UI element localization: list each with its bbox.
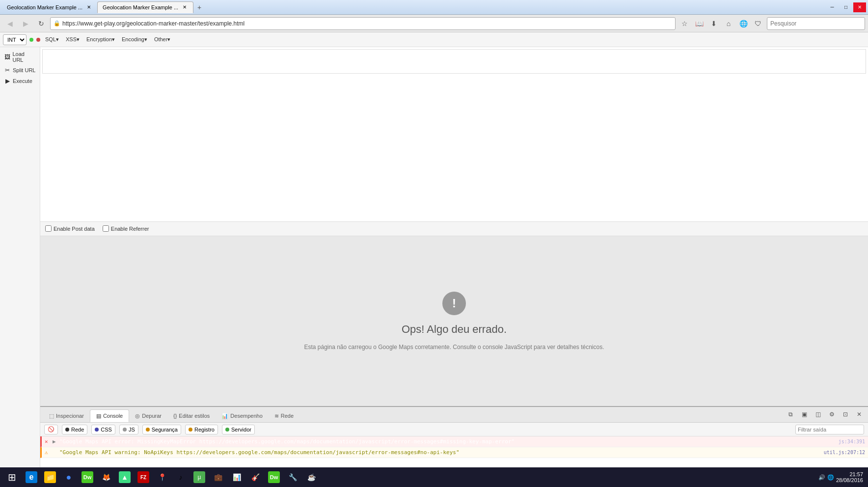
taskbar-filezilla[interactable]: FZ bbox=[135, 468, 152, 486]
start-button[interactable]: ⊞ bbox=[2, 468, 22, 486]
taskbar-dw2[interactable]: Dw bbox=[265, 468, 283, 486]
explorer-icon: 📁 bbox=[44, 471, 56, 483]
devtools-tab-inspecionar[interactable]: ⬚ Inspecionar bbox=[43, 409, 90, 422]
devtools-tab-depurar[interactable]: ◎ Depurar bbox=[129, 409, 167, 422]
maximize-button[interactable]: □ bbox=[840, 2, 852, 12]
console-row-0[interactable]: ✕ ▶ "Google Maps API error: MissingKeyMa… bbox=[40, 436, 868, 447]
devtools-settings-btn[interactable]: ⚙ bbox=[826, 408, 838, 420]
seguranca-filter-btn[interactable]: Segurança bbox=[142, 425, 181, 434]
taskbar-android[interactable]: ▲ bbox=[116, 468, 134, 486]
console-row-1[interactable]: ⚠ "Google Maps API warning: NoApiKeys ht… bbox=[40, 447, 868, 458]
dw2-icon: Dw bbox=[268, 471, 280, 483]
devtools-dock-btn[interactable]: ⧉ bbox=[785, 408, 796, 420]
xss-menu[interactable]: XSS▾ bbox=[64, 35, 81, 44]
home-icon[interactable]: ⌂ bbox=[722, 17, 735, 30]
taskbar-ps[interactable]: 📍 bbox=[153, 468, 171, 486]
taskbar-time: 21:57 bbox=[836, 471, 863, 477]
url-area[interactable] bbox=[40, 47, 868, 221]
devtools-close-btn[interactable]: ✕ bbox=[853, 408, 865, 420]
error-row-icon-0: ✕ bbox=[45, 438, 53, 445]
taskbar-dw[interactable]: Dw bbox=[79, 468, 96, 486]
tab-2[interactable]: Geolocation Marker Example ... ✕ bbox=[97, 1, 193, 13]
inspecionar-icon: ⬚ bbox=[49, 413, 54, 419]
devtools-tab-desempenho[interactable]: 📊 Desempenho bbox=[216, 409, 268, 422]
minimize-button[interactable]: ─ bbox=[826, 2, 839, 12]
registro-filter-btn[interactable]: Registro bbox=[185, 425, 218, 434]
devtools-tab-rede[interactable]: ≋ Rede bbox=[269, 409, 299, 422]
back-button[interactable]: ◀ bbox=[3, 17, 17, 30]
globe-icon[interactable]: 🌐 bbox=[736, 17, 750, 30]
post-data-label[interactable]: Enable Post data bbox=[45, 225, 95, 232]
dot-green bbox=[29, 38, 33, 42]
filezilla-icon: FZ bbox=[137, 471, 149, 483]
shield-icon[interactable]: 🛡 bbox=[751, 17, 765, 30]
css-filter-btn[interactable]: CSS bbox=[91, 425, 115, 434]
tab-1-close[interactable]: ✕ bbox=[85, 4, 92, 11]
taskbar-tools[interactable]: 🔧 bbox=[284, 468, 301, 486]
post-data-checkbox[interactable] bbox=[45, 225, 52, 232]
devtools-tab-editar-estilos[interactable]: {} Editar estilos bbox=[167, 409, 216, 422]
sidebar-item-split-url[interactable]: ✂ Split URL bbox=[0, 65, 40, 76]
tab-2-close[interactable]: ✕ bbox=[181, 4, 188, 11]
int-selector[interactable]: INT bbox=[3, 34, 27, 45]
clear-icon: 🚫 bbox=[48, 426, 54, 433]
taskbar-music[interactable]: ♪ bbox=[172, 468, 190, 486]
inspecionar-label: Inspecionar bbox=[56, 413, 84, 419]
sidebar-item-execute[interactable]: ▶ Execute bbox=[0, 76, 40, 86]
encoding-menu[interactable]: Encoding▾ bbox=[120, 35, 149, 44]
taskbar-chrome[interactable]: ● bbox=[60, 468, 78, 486]
torrent-icon: μ bbox=[193, 471, 205, 483]
page-display: Enable Post data Enable Referrer ! Ops! … bbox=[40, 47, 868, 487]
music-icon: ♪ bbox=[175, 471, 187, 483]
sidebar: 🖼 Load URL ✂ Split URL ▶ Execute bbox=[0, 47, 40, 487]
devtools-split-btn[interactable]: ▣ bbox=[798, 408, 810, 420]
referrer-checkbox[interactable] bbox=[103, 225, 109, 232]
css-dot bbox=[95, 428, 99, 432]
console-row-source-0[interactable]: js:34:391 bbox=[839, 439, 865, 444]
desempenho-label: Desempenho bbox=[230, 413, 262, 419]
address-bar[interactable]: 🔒 bbox=[50, 17, 676, 30]
tab-1[interactable]: Geolocation Marker Example ... ✕ bbox=[2, 1, 97, 13]
post-data-text: Enable Post data bbox=[54, 226, 95, 232]
console-row-source-1[interactable]: util.js:207:12 bbox=[824, 450, 865, 455]
taskbar-java[interactable]: ☕ bbox=[302, 468, 320, 486]
devtools-responsive-btn[interactable]: ⊡ bbox=[840, 408, 851, 420]
taskbar-ie[interactable]: e bbox=[23, 468, 40, 486]
close-button[interactable]: ✕ bbox=[853, 2, 866, 12]
search-bar[interactable] bbox=[767, 17, 865, 30]
refresh-button[interactable]: ↻ bbox=[34, 17, 48, 30]
toolbar: INT SQL▾ XSS▾ Encryption▾ Encoding▾ Othe… bbox=[0, 32, 868, 47]
rede-filter-btn[interactable]: Rede bbox=[62, 425, 87, 434]
js-filter-btn[interactable]: JS bbox=[119, 425, 138, 434]
url-textarea[interactable] bbox=[42, 49, 866, 74]
bookmark-icon[interactable]: 📖 bbox=[692, 17, 706, 30]
new-tab-button[interactable]: + bbox=[193, 1, 205, 13]
taskbar-explorer[interactable]: 📁 bbox=[41, 468, 59, 486]
clear-console-btn[interactable]: 🚫 bbox=[44, 425, 58, 434]
taskbar-network-icon[interactable]: 🌐 bbox=[827, 474, 834, 481]
other-menu[interactable]: Other▾ bbox=[152, 35, 173, 44]
address-input[interactable] bbox=[62, 20, 672, 27]
expand-icon-0[interactable]: ▶ bbox=[53, 438, 59, 445]
star-icon[interactable]: ☆ bbox=[678, 17, 691, 30]
taskbar-firefox[interactable]: 🦊 bbox=[97, 468, 115, 486]
taskbar-app2[interactable]: 💼 bbox=[209, 468, 227, 486]
sidebar-item-load-url[interactable]: 🖼 Load URL bbox=[0, 49, 40, 65]
sql-menu[interactable]: SQL▾ bbox=[43, 35, 61, 44]
taskbar-sound-icon[interactable]: 🔊 bbox=[818, 474, 825, 481]
forward-button[interactable]: ▶ bbox=[19, 17, 32, 30]
referrer-label[interactable]: Enable Referrer bbox=[103, 225, 149, 232]
filter-input[interactable] bbox=[795, 425, 864, 434]
devtools-tab-console[interactable]: ▤ Console bbox=[90, 409, 129, 422]
taskbar-guitar[interactable]: 🎸 bbox=[246, 468, 264, 486]
encryption-menu[interactable]: Encryption▾ bbox=[84, 35, 117, 44]
devtools-toolbar: 🚫 Rede CSS JS bbox=[40, 423, 868, 436]
download-icon[interactable]: ⬇ bbox=[707, 17, 721, 30]
devtools-panel-btn[interactable]: ◫ bbox=[812, 408, 824, 420]
servidor-filter-btn[interactable]: Servidor bbox=[222, 425, 255, 434]
taskbar-torrent[interactable]: μ bbox=[190, 468, 208, 486]
taskbar-chart[interactable]: 📊 bbox=[228, 468, 245, 486]
search-input[interactable] bbox=[770, 20, 862, 27]
servidor-label: Servidor bbox=[231, 427, 251, 433]
chart-icon: 📊 bbox=[231, 471, 243, 483]
